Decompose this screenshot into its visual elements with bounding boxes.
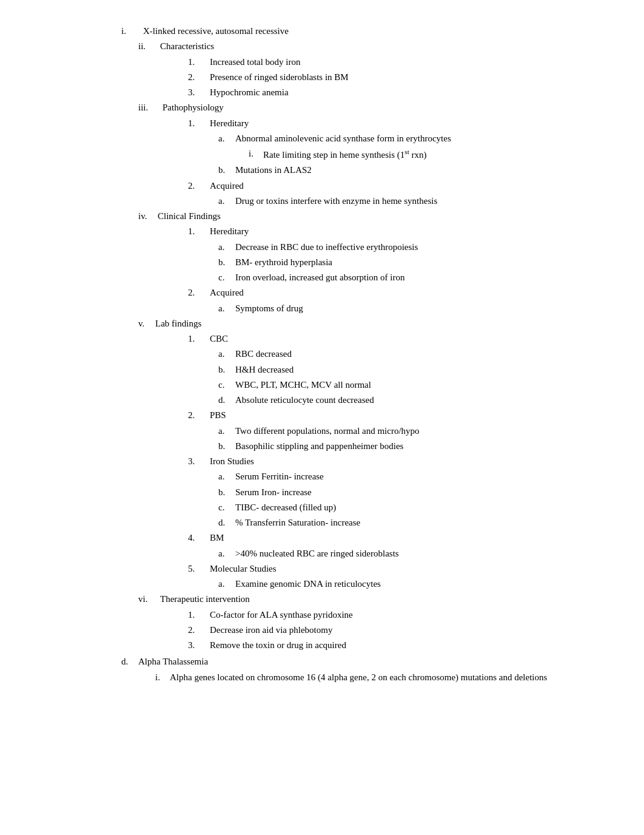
item-text: Basophilic stippling and pappenheimer bo…	[235, 439, 608, 453]
item-text: Clinical Findings	[158, 209, 608, 223]
list-item: a. >40% nucleated RBC are ringed siderob…	[218, 547, 608, 561]
list-item: c. Iron overload, increased gut absorpti…	[218, 271, 608, 285]
item-text: Serum Ferritin- increase	[235, 470, 608, 484]
list-item: 1. CBC	[188, 332, 608, 346]
list-item: a. Symptoms of drug	[218, 302, 608, 316]
list-item: 3. Remove the toxin or drug in acquired	[188, 638, 608, 652]
item-text: Absolute reticulocyte count decreased	[235, 393, 608, 407]
list-item: 2. PBS	[188, 408, 608, 422]
marker: 1.	[188, 117, 210, 130]
list-item: d. Absolute reticulocyte count decreased	[218, 393, 608, 407]
list-item: b. Serum Iron- increase	[218, 485, 608, 499]
item-text: Remove the toxin or drug in acquired	[210, 638, 608, 652]
item-text: Abnormal aminolevenic acid synthase form…	[235, 132, 608, 146]
marker: 1.	[188, 55, 210, 69]
list-item: a. Examine genomic DNA in reticulocytes	[218, 577, 608, 591]
item-text: X-linked recessive, autosomal recessive	[143, 24, 608, 38]
marker: 4.	[188, 531, 210, 545]
item-text: Drug or toxins interfere with enzyme in …	[235, 194, 608, 208]
list-item: 5. Molecular Studies	[188, 562, 608, 576]
list-item: vi. Therapeutic intervention	[138, 592, 608, 606]
list-item: a. RBC decreased	[218, 347, 608, 361]
list-item: v. Lab findings	[138, 317, 608, 331]
marker: 3.	[188, 86, 210, 100]
item-text: BM- erythroid hyperplasia	[235, 255, 608, 269]
marker-i: i.	[121, 24, 143, 38]
marker: a.	[218, 194, 235, 208]
marker: b.	[218, 363, 235, 377]
marker: i.	[249, 147, 263, 161]
marker-d: d.	[121, 655, 138, 669]
list-item: 2. Presence of ringed sideroblasts in BM	[188, 70, 608, 84]
item-text: Hereditary	[210, 225, 608, 238]
item-text: Examine genomic DNA in reticulocytes	[235, 577, 608, 591]
marker: 3.	[188, 638, 210, 652]
item-text: H&H decreased	[235, 363, 608, 377]
item-text: Acquired	[210, 286, 608, 300]
marker: a.	[218, 424, 235, 438]
marker: d.	[218, 516, 235, 530]
item-text: >40% nucleated RBC are ringed sideroblas…	[235, 547, 608, 561]
list-item: c. TIBC- decreased (filled up)	[218, 501, 608, 515]
list-item: 1. Hereditary	[188, 225, 608, 238]
item-text: TIBC- decreased (filled up)	[235, 501, 608, 515]
item-text: Decrease iron aid via phlebotomy	[210, 623, 608, 637]
list-item: c. WBC, PLT, MCHC, MCV all normal	[218, 378, 608, 392]
list-item: 3. Hypochromic anemia	[188, 86, 608, 100]
marker: 2.	[188, 623, 210, 637]
item-text: Hypochromic anemia	[210, 86, 608, 100]
list-item: a. Serum Ferritin- increase	[218, 470, 608, 484]
marker: 2.	[188, 70, 210, 84]
item-text: BM	[210, 531, 608, 545]
list-item: 3. Iron Studies	[188, 455, 608, 468]
item-text: Therapeutic intervention	[160, 592, 608, 606]
item-text: Co-factor for ALA synthase pyridoxine	[210, 608, 608, 622]
marker: d.	[218, 393, 235, 407]
list-item: 1. Co-factor for ALA synthase pyridoxine	[188, 608, 608, 622]
marker: a.	[218, 547, 235, 561]
item-text: RBC decreased	[235, 347, 608, 361]
list-item: iii. Pathophysiology	[138, 101, 608, 115]
marker: 5.	[188, 562, 210, 576]
list-item: b. Mutations in ALAS2	[218, 163, 608, 177]
item-text: Acquired	[210, 179, 608, 193]
marker: b.	[218, 255, 235, 269]
marker: c.	[218, 378, 235, 392]
item-text: Decrease in RBC due to ineffective eryth…	[235, 240, 608, 254]
item-text: Serum Iron- increase	[235, 485, 608, 499]
list-item: iv. Clinical Findings	[138, 209, 608, 223]
list-item: a. Decrease in RBC due to ineffective er…	[218, 240, 608, 254]
marker: a.	[218, 470, 235, 484]
item-text: CBC	[210, 332, 608, 346]
marker-vi: vi.	[138, 592, 160, 606]
item-text: WBC, PLT, MCHC, MCV all normal	[235, 378, 608, 392]
list-item: 4. BM	[188, 531, 608, 545]
list-item: 2. Acquired	[188, 286, 608, 300]
marker-ii: ii.	[138, 39, 160, 53]
marker-v: v.	[138, 317, 155, 331]
list-item: i. Rate limiting step in heme synthesis …	[249, 147, 608, 162]
marker: b.	[218, 439, 235, 453]
marker: 1.	[188, 332, 210, 346]
list-item: d. Alpha Thalassemia	[121, 655, 608, 669]
item-text: Alpha genes located on chromosome 16 (4 …	[170, 671, 608, 685]
list-item: d. % Transferrin Saturation- increase	[218, 516, 608, 530]
item-text: % Transferrin Saturation- increase	[235, 516, 608, 530]
list-item: 1. Increased total body iron	[188, 55, 608, 69]
marker: 1.	[188, 225, 210, 238]
marker: 2.	[188, 286, 210, 300]
item-text: Rate limiting step in heme synthesis (1s…	[263, 147, 608, 162]
marker: a.	[218, 577, 235, 591]
item-text: Presence of ringed sideroblasts in BM	[210, 70, 608, 84]
item-text: Mutations in ALAS2	[235, 163, 608, 177]
list-item: 2. Acquired	[188, 179, 608, 193]
item-text: Lab findings	[155, 317, 608, 331]
list-item: b. H&H decreased	[218, 363, 608, 377]
list-item: a. Abnormal aminolevenic acid synthase f…	[218, 132, 608, 146]
marker: a.	[218, 240, 235, 254]
list-item: ii. Characteristics	[138, 39, 608, 53]
list-item: i. X-linked recessive, autosomal recessi…	[121, 24, 608, 38]
item-text: Two different populations, normal and mi…	[235, 424, 608, 438]
list-item: b. BM- erythroid hyperplasia	[218, 255, 608, 269]
marker: i.	[155, 671, 170, 685]
